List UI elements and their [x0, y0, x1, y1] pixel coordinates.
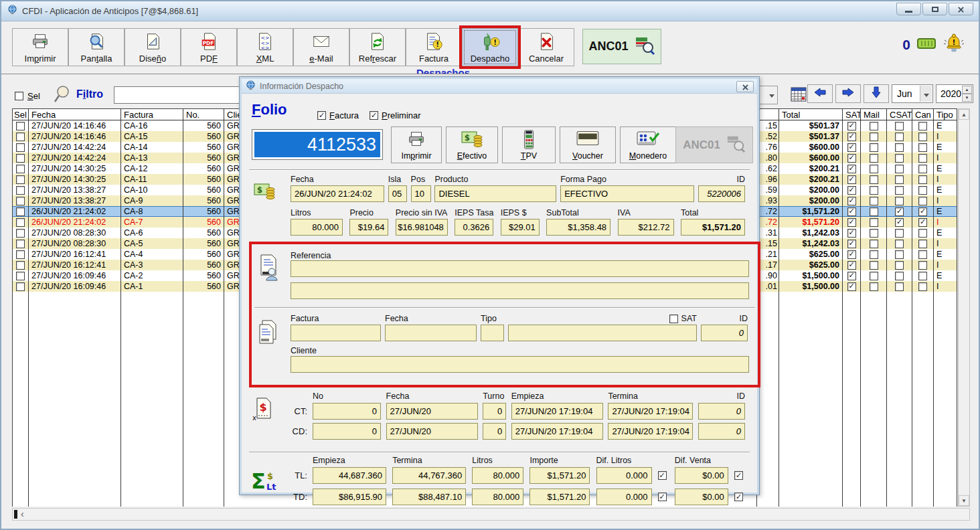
csat-checkbox[interactable]: [895, 143, 904, 152]
csat-checkbox[interactable]: [895, 240, 904, 248]
row-select-checkbox[interactable]: [16, 122, 25, 130]
can-checkbox[interactable]: [918, 175, 927, 184]
maximize-button[interactable]: [922, 3, 947, 15]
pos-field[interactable]: 10: [411, 185, 431, 202]
precio_sin_iva-field[interactable]: $16.981048: [396, 219, 448, 236]
litros-field[interactable]: 80.000: [291, 219, 343, 236]
sat-checkbox[interactable]: [847, 218, 856, 227]
column-header[interactable]: No.: [183, 109, 224, 120]
can-checkbox[interactable]: [918, 240, 927, 248]
csat-checkbox[interactable]: [895, 207, 904, 216]
sat-checkbox[interactable]: [847, 229, 856, 238]
spin-down-icon[interactable]: ▼: [962, 94, 972, 102]
can-checkbox[interactable]: [918, 165, 927, 173]
cliente-input[interactable]: [291, 356, 749, 373]
can-checkbox[interactable]: [918, 143, 927, 152]
column-header[interactable]: Total: [779, 109, 843, 120]
id-field[interactable]: 5220006: [698, 185, 745, 202]
csat-checkbox[interactable]: [895, 154, 904, 163]
toolbar-button-cancelar[interactable]: Cancelar: [518, 28, 574, 66]
mail-checkbox[interactable]: [870, 154, 878, 163]
toolbar-button-pdf[interactable]: PDFPDF: [181, 28, 237, 66]
close-button[interactable]: [949, 3, 973, 15]
row-select-checkbox[interactable]: [16, 229, 25, 238]
sat-checkbox[interactable]: [847, 122, 856, 130]
can-checkbox[interactable]: [918, 282, 927, 291]
toolbar-button-xml[interactable]: <><><>XML: [237, 28, 293, 66]
row-select-checkbox[interactable]: [16, 261, 25, 270]
csat-checkbox[interactable]: [895, 197, 904, 205]
dialog-checkbox-1[interactable]: Preliminar: [370, 110, 421, 120]
bell-icon[interactable]: !: [943, 33, 965, 56]
scroll-down-button[interactable]: ▼: [959, 495, 969, 506]
minimize-button[interactable]: [896, 3, 921, 15]
toolbar-button-imprimir[interactable]: Imprimir: [12, 28, 68, 66]
payment-button-voucher[interactable]: Voucher: [560, 126, 616, 163]
spin-up-icon[interactable]: ▲: [962, 86, 972, 94]
can-checkbox[interactable]: [918, 250, 927, 259]
dialog-checkbox-0[interactable]: Factura: [317, 110, 359, 120]
csat-checkbox[interactable]: [895, 282, 904, 291]
totales-dif_venta-field[interactable]: $0.00: [675, 489, 728, 505]
row-select-checkbox[interactable]: [16, 240, 25, 248]
year-spinner[interactable]: 2020 ▲▼: [936, 84, 973, 103]
can-checkbox[interactable]: [918, 229, 927, 238]
mail-checkbox[interactable]: [870, 250, 878, 259]
row-select-checkbox[interactable]: [16, 218, 25, 227]
totales-dif_litros-field[interactable]: 0.000: [596, 489, 652, 505]
dialog-close-button[interactable]: [736, 81, 754, 92]
cortes-no-field[interactable]: 0: [313, 403, 381, 420]
sat-checkbox[interactable]: [847, 207, 856, 216]
csat-checkbox[interactable]: [895, 132, 904, 141]
dif_venta_ok-checkbox[interactable]: [734, 471, 743, 480]
tipo-field[interactable]: [481, 325, 504, 341]
column-header[interactable]: Can: [912, 109, 934, 120]
toolbar-button-pantalla[interactable]: Pantalla: [68, 28, 125, 66]
mail-checkbox[interactable]: [870, 207, 878, 216]
producto-field[interactable]: DIESEL: [434, 185, 556, 202]
month-select[interactable]: Jun: [892, 84, 933, 103]
column-header[interactable]: Tipo: [934, 109, 957, 120]
totales-dif_venta-field[interactable]: $0.00: [675, 467, 728, 484]
mail-checkbox[interactable]: [870, 272, 878, 280]
cortes-no-field[interactable]: 0: [313, 423, 381, 440]
column-header[interactable]: Mail: [861, 109, 887, 120]
row-select-checkbox[interactable]: [16, 197, 25, 205]
csat-checkbox[interactable]: [895, 175, 904, 184]
forma_pago-field[interactable]: EFECTIVO: [560, 185, 694, 202]
referencia-input-1[interactable]: [291, 260, 749, 277]
cortes-fecha-field[interactable]: 27/JUN/20: [386, 423, 478, 440]
mail-checkbox[interactable]: [870, 197, 878, 205]
cortes-termina-field[interactable]: 27/JUN/20 17:19:04: [608, 423, 693, 440]
mail-checkbox[interactable]: [870, 186, 878, 195]
totales-litros-field[interactable]: 80.000: [472, 489, 523, 505]
fecha-field[interactable]: 26/JUN/20 21:24:02: [291, 185, 384, 202]
mail-checkbox[interactable]: [870, 175, 878, 184]
total-field[interactable]: $1,571.20: [681, 219, 745, 236]
totales-litros-field[interactable]: 80.000: [472, 467, 523, 484]
csat-checkbox[interactable]: [895, 250, 904, 259]
row-select-checkbox[interactable]: [16, 250, 25, 259]
row-select-checkbox[interactable]: [16, 165, 25, 173]
dif_litros_ok-checkbox[interactable]: [658, 493, 667, 501]
cortes-id-field[interactable]: 0: [698, 423, 745, 440]
sat-checkbox[interactable]: [847, 250, 856, 259]
cortes-turno-field[interactable]: 0: [483, 423, 506, 440]
row-select-checkbox[interactable]: [16, 154, 25, 163]
row-select-checkbox[interactable]: [16, 175, 25, 184]
scroll-left-icon[interactable]: ‹: [21, 509, 24, 519]
toolbar-button-despacho[interactable]: !Despacho: [462, 28, 518, 66]
row-select-checkbox[interactable]: [16, 132, 25, 141]
can-checkbox[interactable]: [918, 218, 927, 227]
sat-checkbox[interactable]: [669, 315, 678, 323]
sat-checkbox[interactable]: [847, 197, 856, 205]
extra-field[interactable]: [508, 325, 697, 341]
row-select-checkbox[interactable]: [16, 143, 25, 152]
station-anc01-button[interactable]: ANC01: [582, 29, 661, 64]
column-header[interactable]: Sel: [13, 109, 29, 120]
csat-checkbox[interactable]: [895, 165, 904, 173]
row-select-checkbox[interactable]: [16, 282, 25, 291]
calendar-button[interactable]: [790, 86, 807, 103]
cortes-termina-field[interactable]: 27/JUN/20 17:19:04: [608, 403, 693, 420]
mail-checkbox[interactable]: [870, 165, 878, 173]
